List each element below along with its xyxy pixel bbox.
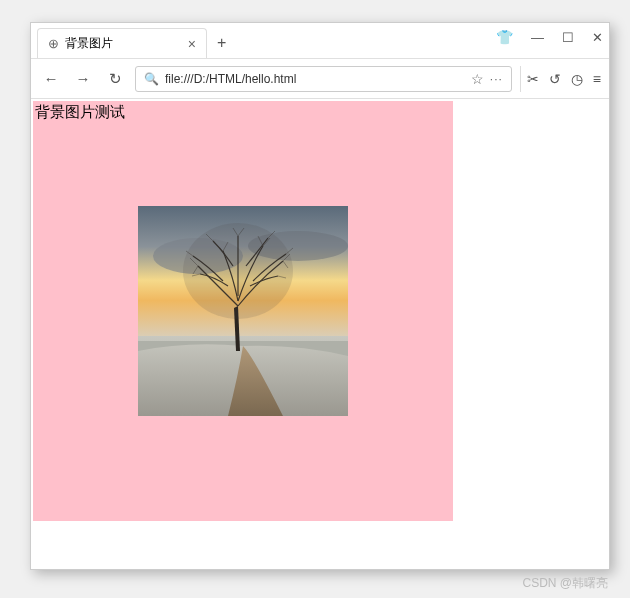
page-heading: 背景图片测试	[35, 103, 125, 122]
browser-tab[interactable]: ⊕ 背景图片 ×	[37, 28, 207, 58]
maximize-button[interactable]: ☐	[562, 30, 574, 45]
page-content: 背景图片测试	[31, 99, 609, 569]
undo-icon[interactable]: ↺	[549, 71, 561, 87]
watermark: CSDN @韩曙亮	[522, 575, 608, 592]
more-icon[interactable]: ···	[490, 72, 503, 86]
tree-image	[138, 206, 348, 416]
history-icon[interactable]: ◷	[571, 71, 583, 87]
url-text: file:///D:/HTML/hello.html	[165, 72, 296, 86]
search-icon: 🔍	[144, 72, 159, 86]
new-tab-button[interactable]: +	[207, 28, 236, 58]
titlebar: ⊕ 背景图片 × + 👕 — ☐ ✕	[31, 23, 609, 59]
bookmark-icon[interactable]: ☆	[471, 71, 484, 87]
svg-point-20	[183, 223, 293, 319]
window-controls: 👕 — ☐ ✕	[496, 29, 603, 45]
minimize-button[interactable]: —	[531, 30, 544, 45]
menu-icon[interactable]: ≡	[593, 71, 601, 87]
extension-icon[interactable]: 👕	[496, 29, 513, 45]
back-button[interactable]: ←	[39, 67, 63, 91]
browser-window: ⊕ 背景图片 × + 👕 — ☐ ✕ ← → ↻ 🔍 file:///D:/HT…	[30, 22, 610, 570]
globe-icon: ⊕	[48, 36, 59, 51]
tab-close-icon[interactable]: ×	[188, 36, 196, 52]
right-tools: ✂ ↺ ◷ ≡	[520, 66, 601, 92]
forward-button[interactable]: →	[71, 67, 95, 91]
background-box: 背景图片测试	[33, 101, 453, 521]
toolbar: ← → ↻ 🔍 file:///D:/HTML/hello.html ☆ ···…	[31, 59, 609, 99]
close-window-button[interactable]: ✕	[592, 30, 603, 45]
reload-button[interactable]: ↻	[103, 67, 127, 91]
tab-title: 背景图片	[65, 35, 113, 52]
scissors-icon[interactable]: ✂	[527, 71, 539, 87]
address-bar[interactable]: 🔍 file:///D:/HTML/hello.html ☆ ···	[135, 66, 512, 92]
